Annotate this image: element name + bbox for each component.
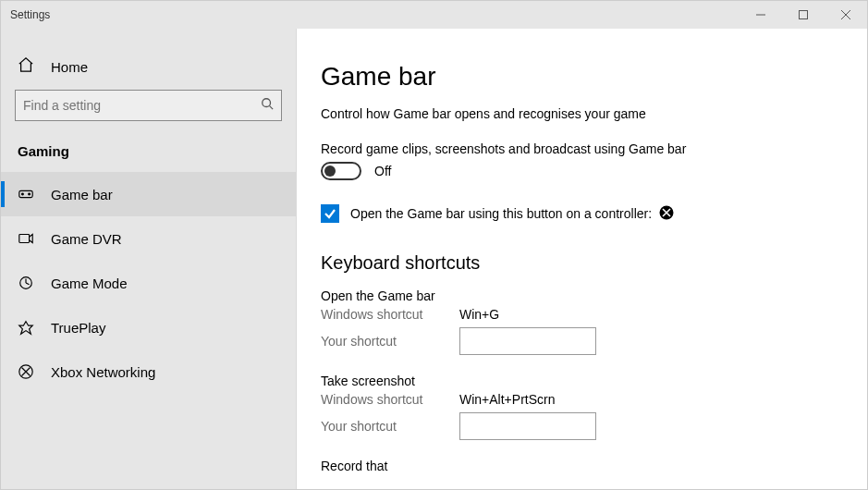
shortcut-windows-row: Windows shortcut Win+Alt+PrtScrn <box>321 392 843 407</box>
titlebar: Settings <box>1 1 867 29</box>
trueplay-icon <box>18 319 34 336</box>
svg-point-4 <box>263 99 271 107</box>
controller-checkbox-label: Open the Game bar using this button on a… <box>350 205 674 223</box>
shortcut-your-input[interactable] <box>459 412 596 440</box>
sidebar: Home Gaming Game bar <box>1 29 297 489</box>
game-dvr-icon <box>18 230 34 247</box>
sidebar-item-label: Game DVR <box>51 231 122 247</box>
shortcut-your-row: Your shortcut <box>321 327 843 355</box>
maximize-button[interactable] <box>782 1 825 29</box>
game-bar-icon <box>18 186 34 202</box>
category-label: Gaming <box>1 138 296 172</box>
close-button[interactable] <box>825 1 867 29</box>
sidebar-item-label: Xbox Networking <box>51 364 155 380</box>
xbox-networking-icon <box>18 363 34 380</box>
shortcut-windows-label: Windows shortcut <box>321 392 459 407</box>
search-icon <box>261 97 274 114</box>
shortcut-windows-value: Win+G <box>459 307 499 322</box>
sidebar-item-game-dvr[interactable]: Game DVR <box>1 216 296 261</box>
svg-line-5 <box>270 106 274 110</box>
controller-checkbox[interactable] <box>321 204 339 223</box>
shortcut-group-open-game-bar: Open the Game bar Windows shortcut Win+G… <box>321 288 843 355</box>
game-mode-icon <box>18 275 34 291</box>
truncated-shortcut-name: Record that <box>321 459 843 473</box>
page-title: Game bar <box>321 62 843 92</box>
window-body: Home Gaming Game bar <box>1 29 867 489</box>
shortcuts-section-title: Keyboard shortcuts <box>321 252 843 274</box>
toggle-row: Off <box>321 162 843 180</box>
main-content: Game bar Control how Game bar opens and … <box>297 29 867 489</box>
controller-checkbox-row: Open the Game bar using this button on a… <box>321 204 843 223</box>
record-toggle[interactable] <box>321 162 361 180</box>
toggle-state: Off <box>374 164 391 178</box>
svg-rect-1 <box>800 11 808 19</box>
svg-rect-9 <box>19 235 30 243</box>
sidebar-item-label: Game Mode <box>51 276 128 291</box>
page-description: Control how Game bar opens and recognise… <box>321 106 843 121</box>
search-input[interactable] <box>23 98 261 113</box>
sidebar-item-label: Game bar <box>51 187 113 202</box>
svg-point-7 <box>22 193 24 195</box>
sidebar-item-label: TruePlay <box>51 320 105 336</box>
window-title: Settings <box>10 8 740 21</box>
shortcut-windows-row: Windows shortcut Win+G <box>321 307 843 322</box>
controller-checkbox-text: Open the Game bar using this button on a… <box>350 206 652 221</box>
search-wrap <box>1 90 296 138</box>
shortcut-your-label: Your shortcut <box>321 334 459 349</box>
sidebar-item-game-bar[interactable]: Game bar <box>1 172 296 216</box>
shortcut-windows-value: Win+Alt+PrtScrn <box>459 392 555 407</box>
shortcut-name: Take screenshot <box>321 374 843 388</box>
shortcut-name: Open the Game bar <box>321 288 843 303</box>
toggle-setting-label: Record game clips, screenshots and broad… <box>321 141 843 156</box>
search-box[interactable] <box>15 90 282 121</box>
home-nav[interactable]: Home <box>1 47 296 90</box>
shortcut-group-take-screenshot: Take screenshot Windows shortcut Win+Alt… <box>321 374 843 440</box>
shortcut-your-row: Your shortcut <box>321 412 843 440</box>
minimize-button[interactable] <box>740 1 782 29</box>
sidebar-item-trueplay[interactable]: TruePlay <box>1 305 296 349</box>
shortcut-your-label: Your shortcut <box>321 419 459 434</box>
sidebar-item-game-mode[interactable]: Game Mode <box>1 261 296 305</box>
settings-window: Settings Home <box>0 0 868 490</box>
shortcut-windows-label: Windows shortcut <box>321 307 459 322</box>
home-icon <box>18 56 34 77</box>
svg-point-8 <box>29 193 31 195</box>
shortcut-your-input[interactable] <box>459 327 596 355</box>
sidebar-item-xbox-networking[interactable]: Xbox Networking <box>1 349 296 394</box>
svg-line-12 <box>26 283 30 285</box>
window-controls <box>740 1 867 29</box>
xbox-icon <box>659 205 674 223</box>
home-label: Home <box>51 59 88 75</box>
